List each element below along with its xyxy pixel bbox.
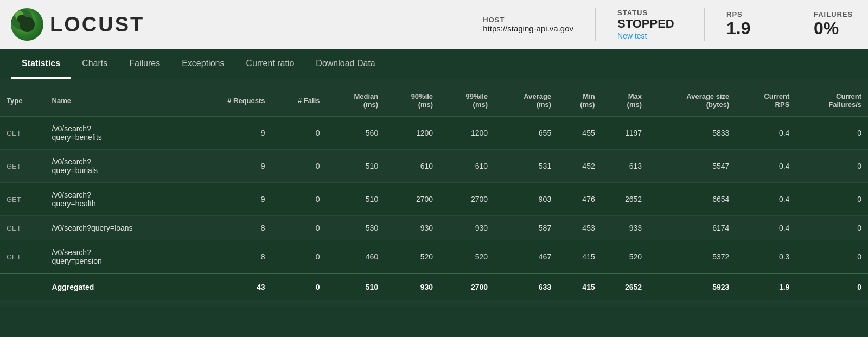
cell-average: 531 [494, 150, 558, 183]
footer-type [0, 274, 46, 300]
cell-median: 460 [326, 240, 385, 274]
tab-exceptions[interactable]: Exceptions [171, 50, 235, 79]
footer-label: Aggregated [46, 274, 193, 300]
cell-min: 452 [558, 150, 602, 183]
table-row: GET/v0/search?query=benefits905601200120… [0, 117, 868, 150]
statistics-table-container: Type Name # Requests # Fails Median(ms) … [0, 79, 868, 306]
cell-p90: 520 [385, 240, 439, 274]
footer-min: 415 [558, 274, 602, 300]
footer-p99: 2700 [439, 274, 494, 300]
cell-p90: 2700 [385, 183, 439, 216]
cell-requests: 9 [192, 183, 271, 216]
divider-1 [595, 8, 596, 41]
cell-median: 510 [326, 150, 385, 183]
col-current-rps: CurrentRPS [736, 85, 796, 117]
svg-point-0 [11, 8, 33, 30]
tab-current-ratio[interactable]: Current ratio [235, 50, 305, 79]
cell-current-rps: 0.4 [736, 117, 796, 150]
cell-fails: 0 [272, 150, 327, 183]
cell-type: GET [0, 117, 46, 150]
cell-max: 2652 [602, 183, 648, 216]
col-name: Name [46, 85, 193, 117]
col-average: Average(ms) [494, 85, 558, 117]
cell-current-rps: 0.4 [736, 216, 796, 240]
col-current-failures: CurrentFailures/s [796, 85, 868, 117]
cell-avg-size: 6654 [648, 183, 736, 216]
svg-point-2 [17, 15, 26, 23]
host-section: HOST https://staging-api.va.gov [483, 16, 573, 33]
cell-fails: 0 [272, 216, 327, 240]
cell-median: 510 [326, 183, 385, 216]
cell-name: /v0/search?query=health [46, 183, 193, 216]
cell-average: 467 [494, 240, 558, 274]
footer-requests: 43 [192, 274, 271, 300]
status-label: STATUS [617, 9, 682, 17]
footer-p90: 930 [385, 274, 439, 300]
nav-tabs: Statistics Charts Failures Exceptions Cu… [0, 49, 868, 79]
failures-label: FAILURES [814, 10, 857, 18]
new-test-link[interactable]: New test [617, 31, 647, 40]
cell-p90: 610 [385, 150, 439, 183]
cell-min: 455 [558, 117, 602, 150]
rps-label: RPS [726, 10, 770, 18]
rps-value: 1.9 [726, 18, 770, 39]
tab-download-data[interactable]: Download Data [305, 50, 386, 79]
table-header-row: Type Name # Requests # Fails Median(ms) … [0, 85, 868, 117]
cell-current-failures: 0 [796, 183, 868, 216]
cell-type: GET [0, 183, 46, 216]
cell-type: GET [0, 216, 46, 240]
footer-median: 510 [326, 274, 385, 300]
cell-max: 1197 [602, 117, 648, 150]
tab-failures[interactable]: Failures [118, 50, 171, 79]
table-footer-row: Aggregated 43 0 510 930 2700 633 415 265… [0, 274, 868, 300]
table-row: GET/v0/search?query=loans805309309305874… [0, 216, 868, 240]
host-value: https://staging-api.va.gov [483, 24, 573, 33]
cell-p99: 520 [439, 240, 494, 274]
cell-type: GET [0, 150, 46, 183]
cell-p90: 930 [385, 216, 439, 240]
divider-3 [792, 8, 792, 41]
cell-name: /v0/search?query=burials [46, 150, 193, 183]
divider-2 [704, 8, 705, 41]
tab-statistics[interactable]: Statistics [11, 50, 71, 79]
col-min: Min(ms) [558, 85, 602, 117]
cell-max: 933 [602, 216, 648, 240]
header: LOCUST HOST https://staging-api.va.gov S… [0, 0, 868, 49]
logo-area: LOCUST [11, 8, 483, 41]
footer-avg-size: 5923 [648, 274, 736, 300]
cell-requests: 8 [192, 240, 271, 274]
status-value: STOPPED [617, 17, 682, 31]
col-p99: 99%ile(ms) [439, 85, 494, 117]
cell-current-failures: 0 [796, 240, 868, 274]
cell-min: 476 [558, 183, 602, 216]
cell-min: 453 [558, 216, 602, 240]
host-label: HOST [483, 16, 573, 24]
table-row: GET/v0/search?query=burials9051061061053… [0, 150, 868, 183]
cell-avg-size: 6174 [648, 216, 736, 240]
cell-max: 520 [602, 240, 648, 274]
cell-p90: 1200 [385, 117, 439, 150]
status-section: STATUS STOPPED New test [617, 9, 682, 41]
cell-p99: 930 [439, 216, 494, 240]
cell-current-failures: 0 [796, 216, 868, 240]
cell-median: 560 [326, 117, 385, 150]
cell-requests: 9 [192, 150, 271, 183]
tab-charts[interactable]: Charts [71, 50, 118, 79]
cell-median: 530 [326, 216, 385, 240]
cell-fails: 0 [272, 117, 327, 150]
footer-fails: 0 [272, 274, 327, 300]
cell-current-rps: 0.4 [736, 183, 796, 216]
footer-max: 2652 [602, 274, 648, 300]
col-max: Max(ms) [602, 85, 648, 117]
cell-name: /v0/search?query=pension [46, 240, 193, 274]
cell-fails: 0 [272, 240, 327, 274]
cell-average: 655 [494, 117, 558, 150]
failures-section: FAILURES 0% [814, 10, 857, 39]
cell-average: 587 [494, 216, 558, 240]
col-avg-size: Average size(bytes) [648, 85, 736, 117]
cell-requests: 8 [192, 216, 271, 240]
cell-p99: 2700 [439, 183, 494, 216]
table-row: GET/v0/search?query=pension8046052052046… [0, 240, 868, 274]
cell-current-failures: 0 [796, 150, 868, 183]
col-median: Median(ms) [326, 85, 385, 117]
